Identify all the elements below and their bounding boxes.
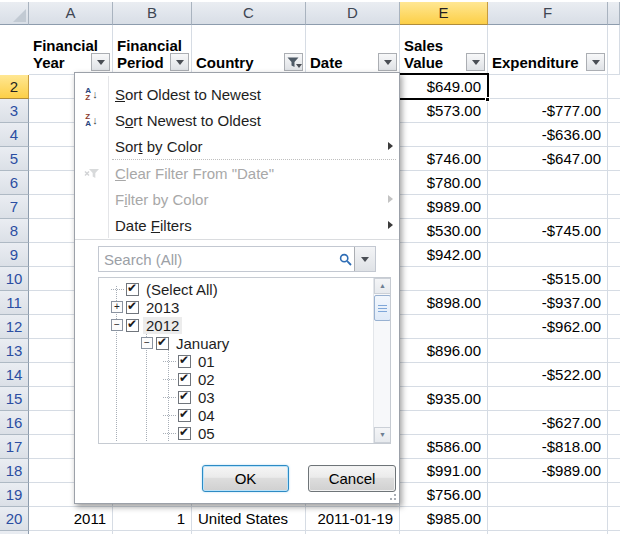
cell[interactable] — [488, 387, 608, 411]
cell[interactable] — [488, 171, 608, 195]
tree-item-label[interactable]: (Select All) — [143, 281, 221, 298]
search-input[interactable] — [99, 251, 336, 268]
cell[interactable] — [400, 411, 488, 435]
column-header-f[interactable]: F — [488, 2, 608, 25]
header-cell-financial-year[interactable]: FinancialYear — [29, 25, 113, 75]
header-cell-sales-value[interactable]: SalesValue — [400, 25, 488, 75]
menu-item-sort-by-color[interactable]: Sort by Color — [75, 133, 399, 159]
row-header[interactable]: 18 — [0, 459, 29, 483]
cell[interactable] — [608, 219, 620, 243]
cell[interactable]: $573.00 — [400, 99, 488, 123]
filter-button-date[interactable] — [378, 53, 397, 71]
filter-button-sales-value[interactable] — [466, 53, 485, 71]
row-header[interactable]: 14 — [0, 363, 29, 387]
checkbox[interactable]: ✔ — [178, 355, 191, 368]
row-header[interactable]: 11 — [0, 291, 29, 315]
tree-item-04[interactable]: ✔04 — [99, 406, 372, 424]
cell[interactable]: $985.00 — [400, 507, 488, 531]
scroll-up-button[interactable]: ▲ — [374, 278, 391, 294]
column-header-b[interactable]: B — [113, 2, 192, 25]
checkbox[interactable]: ✔ — [126, 301, 139, 314]
cell[interactable] — [608, 435, 620, 459]
cell[interactable] — [608, 315, 620, 339]
column-header-partial[interactable] — [608, 2, 620, 25]
cell[interactable] — [608, 147, 620, 171]
tree-item-January[interactable]: −✔January — [99, 334, 372, 352]
row-header[interactable]: 9 — [0, 243, 29, 267]
tree-item-label[interactable]: 01 — [195, 353, 218, 370]
menu-item-filter-by-color[interactable]: Filter by Color — [75, 186, 399, 212]
cell[interactable]: -$777.00 — [488, 99, 608, 123]
collapse-icon[interactable]: − — [111, 319, 123, 331]
tree-item-label[interactable]: 05 — [195, 425, 218, 442]
header-cell-date[interactable]: Date — [306, 25, 400, 75]
row-header[interactable]: 3 — [0, 99, 29, 123]
cell[interactable] — [488, 483, 608, 507]
cell[interactable]: $898.00 — [400, 291, 488, 315]
cell[interactable] — [608, 195, 620, 219]
cell[interactable]: -$937.00 — [488, 291, 608, 315]
checkbox[interactable]: ✔ — [178, 391, 191, 404]
cell[interactable] — [400, 315, 488, 339]
cell[interactable] — [608, 99, 620, 123]
cell[interactable]: -$515.00 — [488, 267, 608, 291]
scrollbar-thumb[interactable] — [374, 295, 391, 321]
cell[interactable] — [488, 243, 608, 267]
cell[interactable]: $530.00 — [400, 219, 488, 243]
cell[interactable]: $746.00 — [400, 147, 488, 171]
cell[interactable]: $896.00 — [400, 339, 488, 363]
cell[interactable]: $989.00 — [400, 195, 488, 219]
cell[interactable] — [608, 123, 620, 147]
checkbox[interactable]: ✔ — [126, 319, 139, 332]
cell[interactable] — [488, 75, 608, 99]
tree-item-2013[interactable]: +✔2013 — [99, 298, 372, 316]
tree-item-01[interactable]: ✔01 — [99, 352, 372, 370]
fill-handle[interactable] — [485, 97, 490, 102]
tree-item-(Select All)[interactable]: ✔(Select All) — [99, 280, 372, 298]
cell[interactable] — [400, 363, 488, 387]
tree-scrollbar[interactable]: ▲ ▼ — [373, 278, 390, 443]
column-header-e[interactable]: E — [400, 2, 488, 25]
scroll-down-button[interactable]: ▼ — [374, 427, 391, 443]
cell[interactable]: -$647.00 — [488, 147, 608, 171]
tree-item-label[interactable]: 2012 — [143, 317, 182, 334]
tree-item-label[interactable]: 02 — [195, 371, 218, 388]
cell[interactable]: $942.00 — [400, 243, 488, 267]
cell[interactable]: $935.00 — [400, 387, 488, 411]
cell[interactable] — [608, 387, 620, 411]
cell[interactable]: 1 — [113, 507, 192, 531]
cell[interactable] — [608, 243, 620, 267]
cell[interactable]: -$745.00 — [488, 219, 608, 243]
row-header[interactable]: 5 — [0, 147, 29, 171]
expand-icon[interactable]: + — [111, 301, 123, 313]
tree-item-2012[interactable]: −✔2012 — [99, 316, 372, 334]
cell[interactable]: -$627.00 — [488, 411, 608, 435]
checkbox[interactable]: ✔ — [178, 427, 191, 440]
header-cell-country[interactable]: Country — [192, 25, 306, 75]
ok-button[interactable]: OK — [202, 465, 289, 492]
cancel-button[interactable]: Cancel — [308, 465, 396, 492]
cell[interactable]: $586.00 — [400, 435, 488, 459]
select-all-corner[interactable] — [0, 2, 29, 25]
cell[interactable] — [400, 123, 488, 147]
row-header[interactable]: 8 — [0, 219, 29, 243]
column-header-d[interactable]: D — [306, 2, 400, 25]
cell[interactable]: $649.00 — [400, 75, 488, 99]
menu-item-date-filters[interactable]: Date Filters — [75, 212, 399, 238]
tree-item-label[interactable]: 03 — [195, 389, 218, 406]
menu-item-sort-oldest-to-newest[interactable]: AZ ↓ Sort Oldest to Newest — [75, 81, 399, 107]
collapse-icon[interactable]: − — [141, 337, 153, 349]
cell[interactable]: $756.00 — [400, 483, 488, 507]
row-header[interactable]: 10 — [0, 267, 29, 291]
cell[interactable]: United States — [192, 507, 306, 531]
row-header[interactable]: 13 — [0, 339, 29, 363]
cell[interactable] — [608, 267, 620, 291]
row-header[interactable]: 19 — [0, 483, 29, 507]
cell[interactable]: -$962.00 — [488, 315, 608, 339]
cell[interactable]: 2011 — [29, 507, 113, 531]
cell[interactable]: 2011-01-19 — [306, 507, 400, 531]
row-header[interactable]: 6 — [0, 171, 29, 195]
header-cell-expenditure[interactable]: Expenditure — [488, 25, 608, 75]
tree-item-label[interactable]: 2013 — [143, 299, 182, 316]
row-header[interactable]: 12 — [0, 315, 29, 339]
